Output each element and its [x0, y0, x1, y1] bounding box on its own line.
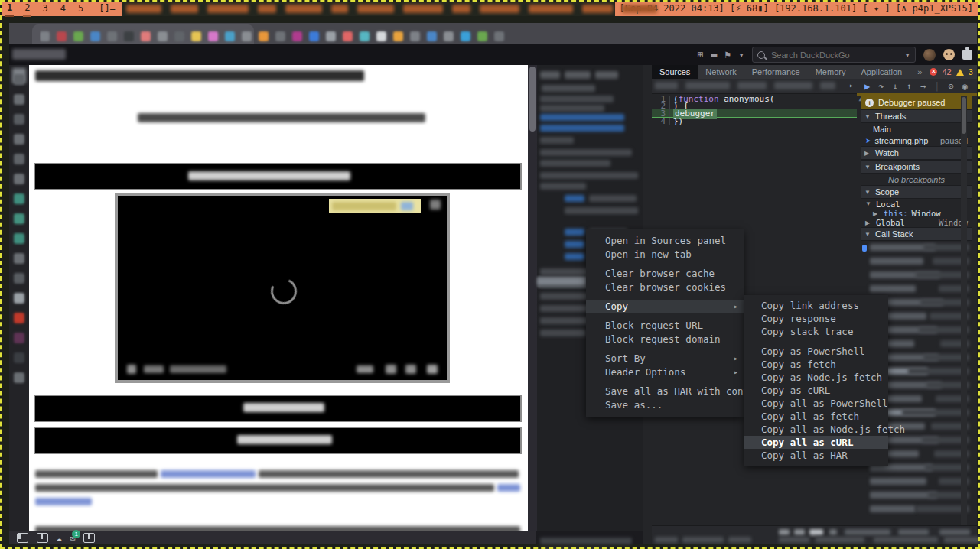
step-icon[interactable]: →	[920, 81, 926, 92]
blurred-tab-favicon[interactable]	[259, 31, 269, 41]
scope-local-row[interactable]: ▼ Local	[861, 199, 972, 209]
profile-avatar[interactable]	[923, 49, 936, 61]
blurred-tab-favicon[interactable]	[326, 31, 336, 41]
card-icon[interactable]: ▬	[711, 49, 718, 60]
blurred-vertical-tab[interactable]	[14, 333, 24, 343]
blurred-vertical-tab[interactable]	[14, 233, 24, 244]
blurred-tab-favicon[interactable]	[343, 31, 353, 41]
menu-item-block-domain[interactable]: Block request domain	[586, 333, 744, 346]
error-icon[interactable]: ✕	[930, 68, 937, 76]
extensions-puzzle-icon[interactable]	[962, 50, 972, 60]
blurred-vertical-tab[interactable]	[14, 253, 24, 264]
blurred-vertical-tab[interactable]	[14, 134, 24, 145]
blurred-tab-favicon[interactable]	[107, 31, 117, 41]
watch-section-header[interactable]: ▶ Watch	[861, 146, 972, 160]
tab-performance[interactable]: Performance	[744, 65, 808, 79]
blurred-tab-favicon[interactable]	[90, 31, 100, 41]
redacted-request-row[interactable]	[565, 207, 638, 214]
redacted-file-tab[interactable]	[655, 82, 678, 89]
panel-icon[interactable]	[17, 533, 28, 543]
redacted-stack-frame[interactable]	[870, 258, 923, 265]
blurred-tab-favicon[interactable]	[141, 31, 151, 41]
blurred-tab-favicon[interactable]	[309, 31, 319, 41]
step-over-icon[interactable]: ↷	[878, 81, 884, 92]
blurred-tab-favicon[interactable]	[242, 31, 252, 41]
columns-icon[interactable]	[37, 533, 48, 543]
blurred-vertical-tab[interactable]	[14, 154, 24, 164]
video-player[interactable]	[115, 193, 450, 383]
blurred-vertical-tab[interactable]	[14, 293, 24, 304]
redacted-request-row[interactable]	[540, 538, 632, 544]
blurred-tab-favicon[interactable]	[225, 31, 235, 41]
search-input[interactable]	[770, 50, 900, 60]
redacted-file-tab[interactable]	[820, 82, 835, 89]
mail-icon[interactable]: ✉1	[70, 533, 76, 543]
menu-item-save-as[interactable]: Save as...	[586, 398, 744, 412]
redacted-stack-frame[interactable]	[870, 285, 916, 292]
menu-item-copy[interactable]: Copy▸	[586, 300, 744, 313]
blurred-tab-favicon[interactable]	[376, 31, 386, 41]
submenu-item-copy-as-powershell[interactable]: Copy as PowerShell	[744, 345, 888, 358]
workspace-1[interactable]: 1	[5, 1, 14, 17]
redacted-stack-frame[interactable]	[870, 478, 926, 485]
blurred-vertical-tab[interactable]	[14, 372, 24, 383]
redacted-request-row[interactable]	[540, 96, 614, 102]
submenu-item-copy-as-fetch[interactable]: Copy as fetch	[744, 358, 888, 371]
redacted-file-tab[interactable]	[737, 82, 767, 89]
submenu-item-copy-all-as-curl[interactable]: Copy all as cURL	[744, 436, 888, 449]
sidebar-scrollbar[interactable]	[961, 96, 967, 526]
blurred-tab-favicon[interactable]	[124, 31, 134, 41]
more-tabs-icon[interactable]: »	[910, 65, 930, 79]
search-caret-icon[interactable]: ▾	[904, 49, 910, 60]
redacted-stack-frame[interactable]	[870, 492, 937, 499]
blurred-tab-favicon[interactable]	[444, 31, 454, 41]
blurred-tab-favicon[interactable]	[158, 31, 168, 41]
blurred-tab-favicon[interactable]	[410, 31, 420, 41]
submenu-item-copy-as-nodejs-fetch[interactable]: Copy as Node.js fetch	[744, 371, 888, 384]
workspace-4[interactable]: 4	[59, 2, 67, 16]
menu-item-save-har[interactable]: Save all as HAR with content	[586, 385, 744, 398]
banner-close-icon[interactable]	[430, 200, 441, 210]
submenu-item-copy-as-curl[interactable]: Copy as cURL	[744, 384, 888, 397]
breakpoints-section-header[interactable]: ▼ Breakpoints	[861, 160, 972, 174]
bookmark-icon[interactable]: ⚑	[724, 49, 731, 60]
tab-application[interactable]: Application	[853, 65, 910, 79]
blurred-tab-favicon[interactable]	[477, 31, 487, 41]
redacted-request-row[interactable]	[565, 195, 584, 202]
scope-section-header[interactable]: ▼ Scope	[861, 185, 972, 199]
redacted-request-row[interactable]	[565, 253, 584, 260]
error-count[interactable]: 42	[942, 67, 951, 76]
tab-sources[interactable]: Sources	[652, 65, 698, 79]
play-button[interactable]	[127, 365, 136, 374]
redacted-request-row[interactable]	[542, 85, 595, 92]
pause-on-exceptions-icon[interactable]: ◉	[962, 81, 968, 92]
redacted-request-row[interactable]	[565, 241, 584, 248]
redacted-request-row[interactable]	[565, 229, 584, 236]
ad-banner[interactable]	[329, 199, 421, 213]
fullscreen-button[interactable]	[427, 365, 438, 374]
redacted-request-row[interactable]	[540, 105, 604, 112]
caret-down-icon[interactable]: ▾	[738, 49, 744, 60]
scope-this-row[interactable]: ▶ this: Window	[861, 209, 972, 218]
submenu-item-copy-all-as-fetch[interactable]: Copy all as fetch	[744, 410, 888, 423]
redacted-request-row[interactable]	[540, 149, 632, 156]
tab-network[interactable]: Network	[698, 65, 744, 79]
menu-item-open-in-new-tab[interactable]: Open in new tab	[586, 248, 744, 262]
thread-main-row[interactable]: Main	[861, 123, 972, 135]
redacted-request-row[interactable]	[589, 195, 637, 202]
thread-paused-row[interactable]: ➤ streaming.php paused	[861, 135, 972, 146]
step-out-icon[interactable]: ↑	[907, 81, 912, 92]
blurred-tab-favicon[interactable]	[427, 31, 437, 41]
cast-button[interactable]	[386, 365, 396, 374]
search-box[interactable]: ▾	[752, 47, 916, 63]
resume-script-icon[interactable]: ▶	[864, 81, 870, 92]
grid-icon[interactable]	[83, 533, 95, 543]
workspace-5[interactable]: 5	[77, 2, 85, 16]
blurred-vertical-tab[interactable]	[14, 273, 24, 284]
blurred-tab-favicon[interactable]	[57, 31, 67, 41]
blurred-tab-favicon[interactable]	[360, 31, 370, 41]
page-scrollbar[interactable]	[528, 65, 537, 531]
redacted-subtab[interactable]	[595, 71, 618, 79]
blurred-tab-favicon[interactable]	[73, 31, 83, 41]
blurred-vertical-tab[interactable]	[14, 213, 24, 224]
